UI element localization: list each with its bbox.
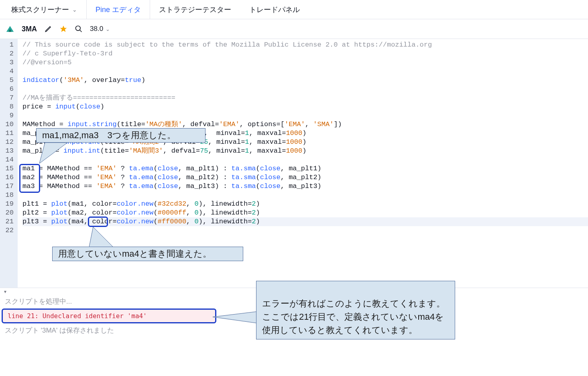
status-error[interactable]: line 21: Undeclared identifier 'ma4' (2, 309, 216, 323)
svg-marker-3 (213, 311, 259, 323)
tab-screener-label: 株式スクリーナー (11, 5, 69, 14)
callout-1: ma1,ma2,ma3 3つを用意した。 (36, 128, 205, 143)
callout-2-pointer (89, 227, 121, 249)
tab-screener[interactable]: 株式スクリーナー ⌄ (2, 0, 86, 19)
callout-3-pointer (213, 311, 261, 327)
callout-1-text: ma1,ma2,ma3 3つを用意した。 (42, 130, 176, 140)
tab-pine-label: Pine エディタ (96, 5, 141, 14)
tab-pine-editor[interactable]: Pine エディタ (86, 0, 150, 19)
script-name[interactable]: 3MA (22, 25, 37, 33)
tab-trade-panel[interactable]: トレードパネル (240, 0, 309, 19)
callout-2-text: 用意していないma4と書き間違えた。 (58, 249, 212, 259)
svg-point-0 (76, 26, 81, 31)
chevron-down-icon: ⌄ (72, 6, 77, 13)
tab-trade-label: トレードパネル (249, 5, 300, 14)
search-icon[interactable] (75, 25, 83, 33)
tab-strategy-tester[interactable]: ストラテジーテスター (150, 0, 240, 19)
code-editor[interactable]: 12345678910111213141516171819202122 // T… (0, 39, 588, 288)
callout-1-pointer (39, 143, 71, 167)
callout-3: エラーが有ればこのように教えてくれます。 ここでは21行目で、定義されていないm… (256, 281, 455, 339)
editor-status-area: ▾ スクリプトを処理中... line 21: Undeclared ident… (0, 288, 588, 337)
callout-3-text: エラーが有ればこのように教えてくれます。 ここでは21行目で、定義されていないm… (262, 298, 445, 335)
script-logo-icon (6, 25, 14, 33)
version-selector[interactable]: 38.0 ⌄ (90, 25, 110, 33)
editor-toolbar: 3MA 38.0 ⌄ (0, 19, 588, 39)
tab-strategy-label: ストラテジーテスター (159, 5, 231, 14)
callout-2: 用意していないma4と書き間違えた。 (52, 247, 243, 261)
version-label: 38.0 (90, 25, 103, 33)
svg-marker-2 (89, 227, 113, 247)
line-gutter: 12345678910111213141516171819202122 (0, 39, 18, 288)
favorite-icon[interactable] (59, 25, 67, 33)
edit-icon[interactable] (44, 25, 52, 33)
chevron-down-icon: ⌄ (106, 26, 110, 32)
panel-tabs: 株式スクリーナー ⌄ Pine エディタ ストラテジーテスター トレードパネル (0, 0, 588, 19)
svg-marker-1 (39, 143, 67, 163)
